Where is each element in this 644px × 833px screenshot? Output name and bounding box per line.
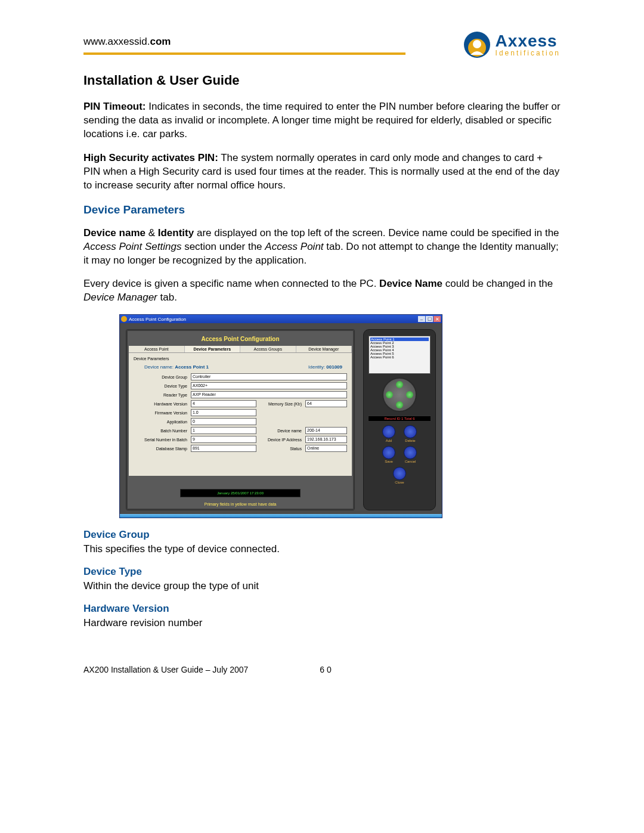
- identity-display: Identity: 001009: [308, 364, 342, 370]
- memory-size-label: Memory Size (Kb): [260, 402, 302, 406]
- tab-device-parameters[interactable]: Device Parameters: [185, 346, 241, 352]
- page-title: Installation & User Guide: [83, 73, 561, 88]
- datetime-strip: January 25/01/2007 17:23:00: [180, 489, 301, 497]
- device-header-row: Device name: Access Point 1 Identity: 00…: [134, 363, 347, 373]
- db-stamp-input[interactable]: 891: [191, 445, 256, 452]
- url-bold: com: [150, 36, 171, 47]
- application-label: Application: [134, 420, 187, 424]
- close-button[interactable]: ✕: [434, 316, 441, 322]
- paragraph-pin-timeout: PIN Timeout: Indicates in seconds, the t…: [83, 100, 561, 141]
- device-close-button[interactable]: [393, 467, 406, 480]
- dm-italic: Device Manager: [83, 292, 157, 303]
- aps-italic: Access Point Settings: [83, 241, 181, 252]
- paragraph-high-security: High Security activates PIN: The system …: [83, 151, 561, 193]
- add-button[interactable]: [382, 425, 395, 438]
- add-label: Add: [386, 439, 392, 442]
- hardware-version-input[interactable]: 4: [191, 400, 256, 407]
- page-footer: AX200 Installation & User Guide – July 2…: [83, 665, 561, 674]
- close-button-group: Close: [393, 467, 406, 484]
- app-window: Access Point Configuration – ☐ ✕ Access …: [119, 314, 442, 518]
- paragraph-device-name-change: Every device is given a specific name wh…: [83, 277, 561, 305]
- logo-word-bottom: Identification: [496, 49, 561, 57]
- save-button-group: Save: [382, 446, 395, 463]
- form-grid: Device Group Controller Device Type AX00…: [134, 373, 347, 452]
- cancel-button-group: Cancel: [404, 446, 417, 463]
- delete-label: Delete: [405, 439, 415, 442]
- ip-label: Device IP Address: [260, 438, 302, 442]
- identity-bold: Identity: [158, 227, 194, 239]
- fieldset-label: Device Parameters: [134, 357, 347, 361]
- firmware-version-input[interactable]: 1.0: [191, 409, 256, 416]
- window-controls: – ☐ ✕: [418, 316, 441, 322]
- page-header: www.axxessid.com Axxess Identification: [83, 36, 561, 52]
- close-label: Close: [395, 481, 404, 484]
- dn2-bold: Device Name: [379, 278, 442, 289]
- sub-heading-device-group: Device Group: [83, 529, 561, 541]
- site-url: www.axxessid.com: [83, 36, 171, 52]
- maximize-button[interactable]: ☐: [426, 316, 433, 322]
- nav-left-button[interactable]: [386, 391, 393, 398]
- status-input[interactable]: Online: [305, 445, 347, 452]
- t1: are displayed on the top left of the scr…: [194, 227, 559, 239]
- sub-text-device-type: Within the device group the type of unit: [83, 580, 561, 592]
- brand-logo: Axxess Identification: [462, 30, 561, 60]
- device-name2-input[interactable]: 200-14: [305, 427, 347, 434]
- t6: tab.: [157, 292, 177, 303]
- firmware-version-label: Firmware Version: [134, 411, 187, 415]
- monitor-panel: Access Point Configuration Access Point …: [126, 329, 355, 510]
- cancel-button[interactable]: [404, 446, 417, 459]
- device-group-label: Device Group: [134, 375, 187, 379]
- svg-point-2: [473, 40, 481, 48]
- hardware-version-label: Hardware Version: [134, 402, 187, 406]
- url-plain: www.axxessid.: [83, 36, 150, 47]
- nav-right-button[interactable]: [406, 391, 413, 398]
- device-group-input[interactable]: Controller: [191, 373, 347, 380]
- batch-number-input[interactable]: 1: [191, 427, 256, 434]
- delete-button[interactable]: [404, 425, 417, 438]
- window-titlebar: Access Point Configuration – ☐ ✕: [120, 315, 442, 323]
- device-type-input[interactable]: AX002+: [191, 382, 347, 389]
- reader-type-label: Reader Type: [134, 393, 187, 397]
- minimize-button[interactable]: –: [418, 316, 425, 322]
- nav-up-button[interactable]: [396, 381, 403, 388]
- serial-label: Serial Number in Batch: [134, 438, 187, 442]
- tab-device-manager[interactable]: Device Manager: [296, 346, 352, 352]
- status-label: Status: [260, 447, 302, 451]
- sub-text-device-group: This specifies the type of device connec…: [83, 543, 561, 555]
- device-name2-label: Device name: [260, 429, 302, 433]
- ap-italic: Access Point: [265, 241, 323, 252]
- sub-text-hardware-version: Hardware revision number: [83, 617, 561, 629]
- memory-size-input[interactable]: 64: [305, 400, 347, 407]
- serial-input[interactable]: 9: [191, 436, 256, 443]
- tab-access-point[interactable]: Access Point: [129, 346, 185, 352]
- handheld-device: Access Point 1 Access Point 2 Access Poi…: [363, 329, 436, 510]
- t4: Every device is given a specific name wh…: [83, 278, 379, 289]
- lcd-item[interactable]: Access Point 6: [370, 355, 429, 359]
- ip-input[interactable]: 192.168.16.173: [305, 436, 347, 443]
- config-title: Access Point Configuration: [129, 332, 352, 346]
- form-panel: Device Parameters Device name: Access Po…: [129, 353, 352, 476]
- db-stamp-label: Database Stamp: [134, 447, 187, 451]
- sub-heading-device-type: Device Type: [83, 566, 561, 578]
- application-input[interactable]: 0: [191, 418, 256, 425]
- footer-page-number: 6 0: [320, 665, 331, 674]
- save-button[interactable]: [382, 446, 395, 459]
- t5: could be changed in the: [442, 278, 553, 289]
- tab-access-groups[interactable]: Access Groups: [240, 346, 296, 352]
- paragraph-device-name-identity: Device name & Identity are displayed on …: [83, 227, 561, 268]
- high-security-label: High Security activates PIN:: [83, 152, 218, 163]
- header-divider: [83, 52, 405, 55]
- section-heading-device-parameters: Device Parameters: [83, 203, 561, 216]
- add-button-group: Add: [382, 425, 395, 442]
- window-title: Access Point Configuration: [129, 317, 186, 322]
- amp: &: [145, 227, 158, 239]
- window-bottom-bar: [120, 514, 442, 518]
- nav-down-button[interactable]: [396, 401, 403, 408]
- device-name-display: Device name: Access Point 1: [144, 364, 209, 370]
- footer-doc-title: AX200 Installation & User Guide – July 2…: [83, 665, 248, 674]
- logo-text: Axxess Identification: [496, 33, 561, 57]
- batch-number-label: Batch Number: [134, 429, 187, 433]
- sub-heading-hardware-version: Hardware Version: [83, 603, 561, 615]
- save-label: Save: [385, 460, 393, 463]
- reader-type-input[interactable]: AXP Reader: [191, 391, 347, 398]
